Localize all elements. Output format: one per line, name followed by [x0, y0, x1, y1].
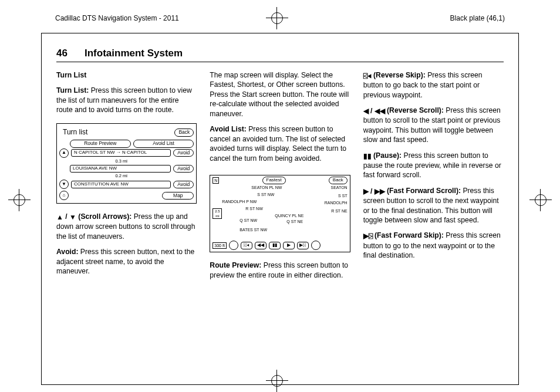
fig2-circle-left-icon	[229, 241, 238, 250]
page-number: 46	[56, 48, 85, 59]
reverse-scroll-label: (Reverse Scroll):	[385, 106, 444, 114]
avoid-label: Avoid:	[56, 248, 78, 256]
turn-list-label: Turn List:	[56, 86, 89, 94]
fig1-title: Turn list	[63, 127, 87, 137]
fig2-fastest-button[interactable]: Fastest	[262, 177, 286, 184]
scroll-up-icon: ▲	[56, 213, 63, 221]
column-2: The map screen will display. Select the …	[210, 70, 350, 286]
fig1-route-preview-button[interactable]: Route Preview	[70, 140, 131, 147]
fig2-reverse-skip-button[interactable]: ⍃◀	[241, 242, 252, 249]
column-1: Turn List Turn List: Press this screen b…	[56, 70, 197, 286]
down-arrow-icon[interactable]: ▼	[59, 180, 69, 189]
home-icon[interactable]: ⌂	[59, 191, 69, 200]
fig1-avoid-2[interactable]: Avoid	[173, 165, 194, 173]
reverse-skip-icon: ⍃◀	[363, 72, 372, 80]
scroll-arrows-label: (Scroll Arrows):	[76, 212, 131, 221]
route-preview-label: Route Preview:	[210, 261, 261, 269]
header-left: Cadillac DTS Navigation System - 2011	[55, 14, 179, 22]
fig2-scale: 2.5mi	[212, 208, 222, 219]
running-head: 46Infotainment System	[56, 48, 504, 62]
scroll-down-icon: ▼	[69, 213, 76, 221]
fig2-map-area: SEATON PL NW S ST NW RANDOLPH P NW R ST …	[228, 185, 332, 238]
fig1-map-button[interactable]: Map	[162, 192, 194, 200]
fig1-dist-1: 0.3 mi	[70, 158, 173, 164]
fig2-circle-right-icon	[311, 241, 321, 250]
page-frame: 46Infotainment System Turn List Turn Lis…	[41, 33, 519, 385]
fig1-avoid-1[interactable]: Avoid	[173, 149, 194, 157]
fig2-distance: 300 ft	[212, 242, 227, 249]
fast-forward-skip-icon: ▶⍄	[363, 232, 373, 240]
reverse-skip-label: (Reverse Skip):	[372, 71, 426, 79]
fig1-street-2: LOUISIANA AVE NW	[70, 165, 171, 173]
pause-label: (Pause):	[372, 151, 402, 160]
fig1-back-button[interactable]: Back	[174, 129, 194, 136]
turn-list-heading: Turn List	[56, 70, 197, 80]
fig2-pause-button[interactable]: ▮▮	[269, 242, 281, 249]
fig2-forward-scroll-button[interactable]: ▶	[283, 242, 295, 249]
fig2-north-icon: N	[212, 177, 219, 184]
fig1-street-1: N CAPITOL ST NW → N CAPITOL	[71, 149, 171, 157]
fig1-street-3: CONSTITUTION AVE NW	[71, 181, 171, 188]
turn-list-figure: Turn list Back Route Preview Avoid List …	[56, 123, 197, 204]
fig1-avoid-3[interactable]: Avoid	[173, 181, 194, 188]
fig1-dist-2: 0.2 mi	[70, 173, 173, 179]
column-3: ⍃◀ (Reverse Skip): Press this screen but…	[363, 70, 504, 286]
fig2-reverse-scroll-button[interactable]: ◀◀	[255, 242, 266, 249]
fig2-back-button[interactable]: Back	[329, 177, 348, 184]
fig1-avoid-list-button[interactable]: Avoid List	[133, 140, 194, 147]
pause-icon: ▮▮	[363, 152, 372, 160]
section-title: Infotainment System	[85, 48, 183, 59]
up-arrow-icon[interactable]: ▲	[59, 148, 69, 158]
fast-forward-skip-label: (Fast Forward Skip):	[373, 231, 444, 239]
registration-mark-right-icon	[529, 189, 552, 211]
reverse-scroll-icon: ◀ / ◀◀	[363, 107, 385, 115]
registration-mark-left-icon	[8, 189, 31, 211]
col2-p1: The map screen will display. Select the …	[210, 70, 350, 119]
header-right: Black plate (46,1)	[450, 14, 505, 22]
fast-forward-scroll-icon: ▶ / ▶▶	[363, 187, 385, 195]
fig2-forward-skip-button[interactable]: ▶⍄	[297, 242, 309, 249]
route-preview-figure: N Fastest Back SEATON PL NW S ST NW RAND…	[210, 175, 350, 252]
avoid-list-label: Avoid List:	[210, 125, 247, 133]
fast-forward-scroll-label: (Fast Forward Scroll):	[385, 187, 461, 195]
registration-mark-top-icon	[266, 7, 288, 29]
